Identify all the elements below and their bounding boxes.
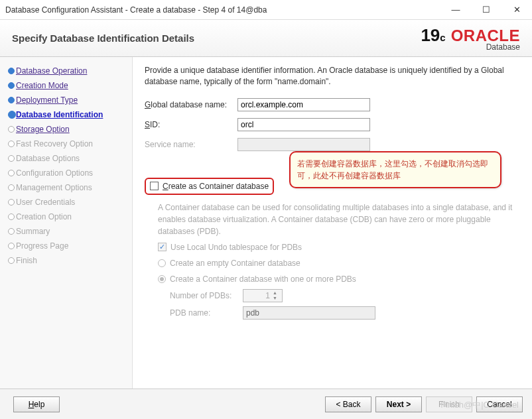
nav-database-operation[interactable]: Database Operation xyxy=(5,64,129,78)
minimize-button[interactable]: ― xyxy=(440,0,471,19)
service-name-label: Service name: xyxy=(145,140,237,149)
nav-summary: Summary xyxy=(5,224,129,239)
logo-suffix: c xyxy=(440,32,445,43)
num-pdbs-spinner: 1 ▲▼ xyxy=(243,289,283,302)
sid-label: SID: xyxy=(145,120,237,129)
nav-creation-mode[interactable]: Creation Mode xyxy=(5,78,129,93)
main-panel: Provide a unique database identifier inf… xyxy=(133,57,532,389)
create-container-label[interactable]: Create as Container database xyxy=(163,182,269,191)
global-db-name-label: Global database name: xyxy=(145,100,237,109)
container-desc: A Container database can be used for con… xyxy=(158,202,520,237)
window-titlebar: Database Configuration Assistant - Creat… xyxy=(0,0,532,20)
nav-user-credentials: User Credentials xyxy=(5,195,129,210)
with-pdbs-label: Create a Container database with one or … xyxy=(170,273,356,285)
nav-configuration-options: Configuration Options xyxy=(5,166,129,180)
nav-management-options: Management Options xyxy=(5,180,129,195)
intro-text: Provide a unique database identifier inf… xyxy=(145,65,520,88)
empty-container-label: Create an empty Container database xyxy=(170,257,300,269)
num-pdbs-value: 1 xyxy=(243,290,273,302)
nav-fast-recovery: Fast Recovery Option xyxy=(5,137,129,151)
global-db-name-input[interactable] xyxy=(237,98,370,111)
logo-brand: ORACLE xyxy=(451,27,520,44)
nav-deployment-type[interactable]: Deployment Type xyxy=(5,93,129,107)
with-pdbs-radio xyxy=(158,275,166,283)
spinner-up-icon: ▲ xyxy=(273,290,282,296)
logo-version: 19 xyxy=(421,25,440,46)
maximize-button[interactable]: ☐ xyxy=(471,0,501,19)
num-pdbs-label: Number of PDBs: xyxy=(170,290,243,302)
page-header: Specify Database Identification Details … xyxy=(0,20,532,57)
next-button[interactable]: Next > xyxy=(375,396,422,412)
use-local-undo-checkbox xyxy=(158,243,166,251)
spinner-down-icon: ▼ xyxy=(273,296,282,301)
wizard-footer: Help < Back Next > Finish Cancel Finish@… xyxy=(0,389,532,419)
service-name-input xyxy=(237,138,370,151)
oracle-logo: 19 c ORACLE Database xyxy=(421,25,520,52)
nav-finish: Finish xyxy=(5,253,129,268)
sid-input[interactable] xyxy=(237,118,370,131)
pdb-name-input xyxy=(243,306,375,320)
window-title: Database Configuration Assistant - Creat… xyxy=(5,5,440,15)
nav-database-options: Database Options xyxy=(5,151,129,166)
annotation-callout: 若需要创建容器数据库，这里勾选，不创建取消勾选即可，此处不再创建容器数据库 xyxy=(289,151,501,188)
close-button[interactable]: ✕ xyxy=(501,0,532,19)
use-local-undo-label: Use Local Undo tablespace for PDBs xyxy=(170,241,302,253)
wizard-nav: Database Operation Creation Mode Deploym… xyxy=(0,57,133,389)
page-title: Specify Database Identification Details xyxy=(12,32,421,44)
nav-storage-option[interactable]: Storage Option xyxy=(5,122,129,137)
create-container-highlight: Create as Container database xyxy=(145,178,274,195)
cancel-button[interactable]: Cancel xyxy=(476,396,523,412)
pdb-name-label: PDB name: xyxy=(170,307,243,319)
finish-button: Finish xyxy=(426,396,472,412)
empty-container-radio xyxy=(158,259,166,267)
nav-database-identification[interactable]: Database Identification xyxy=(5,107,129,122)
nav-progress-page: Progress Page xyxy=(5,239,129,253)
back-button[interactable]: < Back xyxy=(325,396,371,412)
nav-creation-option: Creation Option xyxy=(5,210,129,224)
create-container-checkbox[interactable] xyxy=(150,182,159,190)
help-button[interactable]: Help xyxy=(13,396,60,412)
